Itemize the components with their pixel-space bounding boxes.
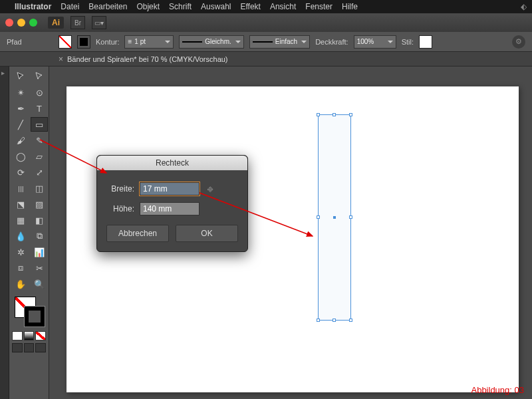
document-tab-title: Bänder und Spiralen* bei 70 % (CMYK/Vors… <box>67 55 228 63</box>
lasso-tool[interactable]: ⊙ <box>31 85 48 100</box>
brush-dropdown[interactable]: Einfach <box>249 35 310 49</box>
opacity-label: Deckkraft: <box>315 38 348 46</box>
blend-tool[interactable]: ⧉ <box>31 229 48 243</box>
control-bar: Pfad Kontur: ≡ Gleichm. Einfach Deckkraf… <box>0 32 532 52</box>
menubar-app[interactable]: Illustrator <box>15 2 51 11</box>
style-label: Stil: <box>402 38 414 46</box>
artboard-tool[interactable]: ⧈ <box>12 261 29 275</box>
panel-collapse-strip[interactable]: ▸ <box>0 66 9 399</box>
resize-handle[interactable] <box>332 113 336 116</box>
drawing-mode-behind[interactable] <box>24 343 35 352</box>
resize-handle[interactable] <box>349 215 352 219</box>
document-tabbar: × Bänder und Spiralen* bei 70 % (CMYK/Vo… <box>0 52 532 66</box>
stroke-weight-dropdown[interactable]: ≡ <box>124 35 174 49</box>
rectangle-dialog: Rechteck Breite: ⎆ Höhe: Abbrechen OK <box>96 155 248 252</box>
free-transform-tool[interactable]: ◫ <box>31 181 48 196</box>
width-input[interactable] <box>140 182 200 196</box>
stroke-profile-dropdown[interactable]: Gleichm. <box>179 35 243 49</box>
stroke-swatch[interactable] <box>77 35 90 49</box>
resize-handle[interactable] <box>349 319 352 322</box>
resize-handle[interactable] <box>349 113 352 116</box>
workspace: ▸ ✴ ⊙ ✒ T ╱ ▭ 🖌 ✎ ◯ ▱ ⟳ ⤢ ⫼ ◫ ⬔ ▨ ▦ ◧ 💧 … <box>0 66 532 399</box>
window-minimize-button[interactable] <box>17 19 25 27</box>
gradient-tool[interactable]: ◧ <box>31 213 48 227</box>
symbol-sprayer-tool[interactable]: ✲ <box>12 245 29 259</box>
width-label: Breite: <box>106 184 134 194</box>
macos-menubar: Illustrator Datei Bearbeiten Objekt Schr… <box>0 0 532 13</box>
resize-handle[interactable] <box>317 215 320 219</box>
type-tool[interactable]: T <box>31 101 48 116</box>
resize-handle[interactable] <box>317 319 320 322</box>
close-tab-icon[interactable]: × <box>59 55 63 64</box>
line-tool[interactable]: ╱ <box>12 117 29 132</box>
selection-type: Pfad <box>7 38 53 46</box>
rectangle-tool[interactable]: ▭ <box>31 117 48 132</box>
zoom-tool[interactable]: 🔍 <box>31 277 48 291</box>
magic-wand-tool[interactable]: ✴ <box>12 85 29 100</box>
paintbrush-tool[interactable]: 🖌 <box>12 133 29 148</box>
color-mode-solid[interactable] <box>12 331 23 340</box>
pen-tool[interactable]: ✒ <box>12 101 29 116</box>
hand-tool[interactable]: ✋ <box>12 277 29 291</box>
menu-auswahl[interactable]: Auswahl <box>201 2 231 11</box>
window-close-button[interactable] <box>5 19 13 27</box>
window-titlebar: Ai Br ▭▾ <box>0 13 532 32</box>
drawing-mode-inside[interactable] <box>35 343 46 352</box>
opacity-input[interactable] <box>357 38 384 45</box>
color-mode-none[interactable] <box>35 331 46 340</box>
menu-ansicht[interactable]: Ansicht <box>270 2 296 11</box>
panel-menu-icon[interactable]: ⚙ <box>512 35 525 49</box>
fill-swatch[interactable] <box>59 35 72 49</box>
rotate-tool[interactable]: ⟳ <box>12 165 29 180</box>
mesh-tool[interactable]: ▦ <box>12 213 29 227</box>
document-tab[interactable]: × Bänder und Spiralen* bei 70 % (CMYK/Vo… <box>53 55 233 64</box>
style-swatch[interactable] <box>419 35 432 49</box>
window-zoom-button[interactable] <box>29 19 37 27</box>
shape-builder-tool[interactable]: ⬔ <box>12 197 29 211</box>
slice-tool[interactable]: ✂ <box>31 261 48 275</box>
height-input[interactable] <box>140 202 200 215</box>
resize-handle[interactable] <box>317 113 320 116</box>
center-point-icon <box>333 216 336 219</box>
ok-button[interactable]: OK <box>176 225 238 242</box>
height-label: Höhe: <box>106 204 134 213</box>
direct-selection-tool[interactable] <box>31 69 48 84</box>
color-mode-row <box>12 331 46 340</box>
dropbox-icon[interactable]: ⬖ <box>521 2 527 11</box>
rectangle-object[interactable] <box>318 114 351 321</box>
color-mode-gradient[interactable] <box>24 331 35 340</box>
arrange-button[interactable]: ▭▾ <box>92 16 106 29</box>
menu-fenster[interactable]: Fenster <box>305 2 332 11</box>
bridge-button[interactable]: Br <box>70 16 85 29</box>
perspective-tool[interactable]: ▨ <box>31 197 48 211</box>
menu-bearbeiten[interactable]: Bearbeiten <box>88 2 127 11</box>
width-tool[interactable]: ⫼ <box>12 181 29 196</box>
eraser-tool[interactable]: ▱ <box>31 149 48 164</box>
scale-tool[interactable]: ⤢ <box>31 165 48 180</box>
stroke-color-icon[interactable] <box>24 306 45 327</box>
menu-datei[interactable]: Datei <box>61 2 79 11</box>
selection-tool[interactable] <box>12 69 29 84</box>
blob-brush-tool[interactable]: ◯ <box>12 149 29 164</box>
eyedropper-tool[interactable]: 💧 <box>12 229 29 243</box>
figure-caption: Abbildung: 03 <box>471 385 524 395</box>
menu-hilfe[interactable]: Hilfe <box>342 2 358 11</box>
tools-panel: ✴ ⊙ ✒ T ╱ ▭ 🖌 ✎ ◯ ▱ ⟳ ⤢ ⫼ ◫ ⬔ ▨ ▦ ◧ 💧 ⧉ … <box>9 66 49 399</box>
stroke-weight-input[interactable] <box>134 38 161 45</box>
resize-handle[interactable] <box>332 319 336 322</box>
screen-mode-row <box>12 343 46 352</box>
menu-effekt[interactable]: Effekt <box>240 2 260 11</box>
menu-objekt[interactable]: Objekt <box>136 2 160 11</box>
app-icon: Ai <box>48 17 64 29</box>
stroke-label: Kontur: <box>96 38 119 46</box>
opacity-dropdown[interactable] <box>354 35 396 49</box>
pencil-tool[interactable]: ✎ <box>31 133 48 148</box>
drawing-mode-normal[interactable] <box>12 343 23 352</box>
constrain-proportions-icon[interactable]: ⎆ <box>207 184 213 194</box>
cancel-button[interactable]: Abbrechen <box>106 225 169 242</box>
dialog-title: Rechteck <box>97 156 247 170</box>
graph-tool[interactable]: 📊 <box>31 245 48 259</box>
menu-schrift[interactable]: Schrift <box>169 2 192 11</box>
fill-stroke-control[interactable] <box>12 295 46 329</box>
